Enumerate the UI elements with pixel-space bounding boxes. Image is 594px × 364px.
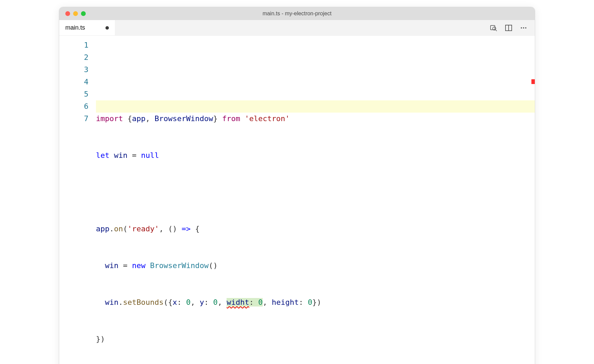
tab-bar: main.ts — [59, 20, 535, 36]
more-actions-icon[interactable] — [520, 24, 527, 32]
svg-point-6 — [523, 27, 524, 29]
code-line: app.on('ready', () => { — [96, 223, 535, 235]
line-number: 3 — [59, 64, 88, 76]
code-line: import {app, BrowserWindow} from 'electr… — [96, 113, 535, 125]
dirty-indicator-icon — [105, 26, 109, 30]
code-line: }) — [96, 333, 535, 345]
svg-point-5 — [521, 27, 522, 29]
line-number: 7 — [59, 113, 88, 125]
titlebar: main.ts - my-electron-project — [59, 7, 535, 20]
code-line: let win = null — [96, 149, 535, 162]
tab-main-ts[interactable]: main.ts — [59, 20, 115, 35]
code-line — [96, 186, 535, 198]
line-number: 6 — [59, 100, 88, 113]
editor-window: main.ts - my-electron-project main.ts 1 … — [59, 7, 535, 364]
split-editor-icon[interactable] — [505, 24, 512, 32]
window-title: main.ts - my-electron-project — [59, 11, 535, 17]
line-number-gutter: 1 2 3 4 5 6 7 — [59, 36, 96, 364]
line-number: 4 — [59, 76, 88, 88]
tab-label: main.ts — [65, 24, 85, 31]
line-number: 5 — [59, 88, 88, 100]
svg-line-2 — [496, 30, 497, 31]
error-token-widht: widht — [227, 298, 249, 307]
code-line: win = new BrowserWindow() — [96, 260, 535, 272]
overview-ruler-error-marker[interactable] — [531, 79, 535, 84]
svg-point-7 — [525, 27, 527, 29]
code-area[interactable]: import {app, BrowserWindow} from 'electr… — [96, 36, 535, 364]
find-in-file-icon[interactable] — [490, 24, 497, 32]
line-number: 1 — [59, 39, 88, 51]
code-editor[interactable]: 1 2 3 4 5 6 7 import {app, BrowserWindow… — [59, 36, 535, 364]
line-number: 2 — [59, 51, 88, 64]
code-line: win.setBounds({x: 0, y: 0, widht: 0, hei… — [96, 296, 535, 309]
